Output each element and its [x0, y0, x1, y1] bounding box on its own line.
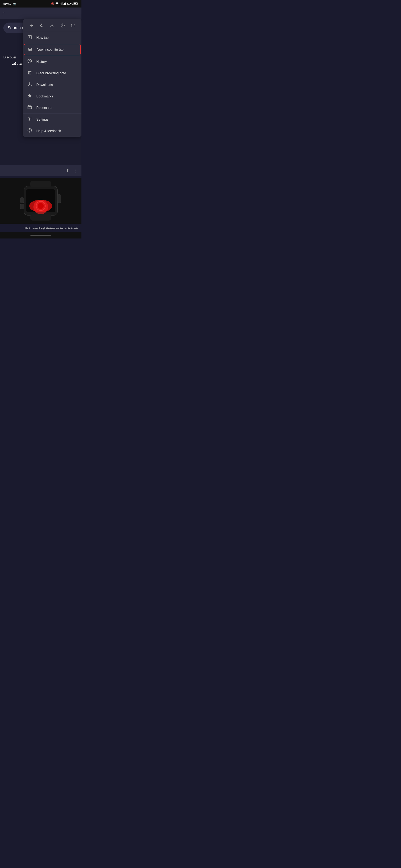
new-tab-item[interactable]: New tab: [23, 32, 82, 43]
background-page: ⌂ Search or A سیستم حضور ... Discover اح…: [0, 7, 82, 176]
svg-point-30: [29, 118, 30, 120]
svg-rect-9: [78, 3, 78, 4]
status-icons: 🔇 63%: [51, 2, 78, 6]
svg-rect-42: [30, 214, 51, 221]
svg-point-40: [38, 203, 44, 209]
svg-rect-44: [20, 204, 24, 209]
svg-rect-43: [20, 197, 24, 203]
svg-point-20: [29, 50, 30, 51]
new-incognito-tab-item[interactable]: New Incognito tab: [24, 44, 81, 55]
settings-icon: [27, 117, 32, 122]
caption-area: متفاوتی‌ترین ساعت هوشمند اپل کانست ایا و…: [0, 224, 82, 232]
scroll-indicator: [30, 235, 51, 236]
svg-rect-5: [64, 3, 65, 5]
recent-tabs-item[interactable]: Recent tabs: [23, 102, 82, 114]
history-item[interactable]: History: [23, 56, 82, 67]
battery-text: 63%: [67, 2, 73, 5]
svg-point-32: [30, 131, 30, 131]
downloads-icon: [27, 82, 32, 88]
info-button[interactable]: [59, 22, 66, 29]
clear-browsing-data-label: Clear browsing data: [36, 71, 66, 75]
top-nav-bar: ⌂: [0, 7, 82, 19]
svg-rect-3: [62, 2, 63, 5]
time-display: 02:57: [3, 2, 11, 6]
recent-tabs-label: Recent tabs: [36, 106, 54, 110]
signal-icon-2: [63, 2, 66, 6]
new-incognito-tab-label: New Incognito tab: [37, 48, 63, 52]
clear-browsing-data-item[interactable]: Clear browsing data: [23, 67, 82, 79]
reload-button[interactable]: [69, 22, 77, 29]
help-feedback-item[interactable]: Help & feedback: [23, 125, 82, 137]
settings-item[interactable]: Settings: [23, 114, 82, 125]
downloads-label: Downloads: [36, 83, 53, 87]
share-icon[interactable]: ⬆: [65, 168, 69, 174]
svg-rect-6: [65, 2, 66, 5]
dropdown-menu: New tab New Incognito tab: [23, 19, 82, 137]
bookmarks-icon: [27, 93, 32, 99]
incognito-icon: [28, 47, 33, 52]
svg-rect-35: [57, 194, 61, 203]
caption-text: متفاوتی‌ترین ساعت هوشمند اپل کانست ایا و…: [24, 226, 78, 229]
more-options-icon[interactable]: ⋮: [74, 168, 78, 174]
bookmarks-label: Bookmarks: [36, 95, 53, 98]
signal-icon-1: [60, 2, 63, 6]
forward-button[interactable]: [28, 22, 35, 29]
history-icon: [27, 59, 32, 64]
svg-rect-1: [61, 3, 61, 5]
scroll-indicator-area: [0, 232, 82, 239]
svg-rect-7: [66, 2, 66, 5]
svg-point-21: [30, 50, 32, 51]
help-icon: [27, 128, 32, 134]
dropdown-toolbar: [23, 19, 82, 32]
status-bar: 02:57 📷 🔇 63%: [0, 0, 82, 7]
photo-icon: 📷: [12, 2, 16, 5]
new-tab-icon: [27, 35, 32, 40]
new-tab-label: New tab: [36, 36, 49, 40]
bookmark-button[interactable]: [38, 22, 46, 29]
bookmarks-item[interactable]: Bookmarks: [23, 91, 82, 102]
svg-rect-0: [60, 4, 60, 5]
download-button[interactable]: [49, 22, 56, 29]
mute-icon: 🔇: [51, 2, 54, 5]
bottom-action-bar: ⬆ ⋮: [0, 165, 82, 176]
svg-marker-27: [28, 94, 32, 97]
svg-rect-2: [61, 2, 62, 5]
history-label: History: [36, 60, 47, 64]
svg-rect-4: [63, 4, 64, 5]
trash-icon: [27, 70, 32, 76]
battery-icon: [74, 2, 78, 5]
svg-marker-11: [40, 24, 44, 27]
home-icon[interactable]: ⌂: [2, 11, 5, 16]
wifi-icon: [55, 2, 59, 6]
settings-label: Settings: [36, 118, 49, 121]
article-image-section: متفاوتی‌ترین ساعت هوشمند اپل کانست ایا و…: [0, 178, 82, 239]
recent-tabs-icon: [27, 105, 32, 111]
status-time: 02:57 📷: [3, 2, 16, 6]
svg-rect-19: [28, 49, 32, 50]
article-image: [0, 178, 82, 224]
help-feedback-label: Help & feedback: [36, 129, 61, 133]
svg-rect-41: [30, 181, 51, 187]
downloads-item[interactable]: Downloads: [23, 79, 82, 91]
svg-rect-10: [74, 3, 76, 4]
